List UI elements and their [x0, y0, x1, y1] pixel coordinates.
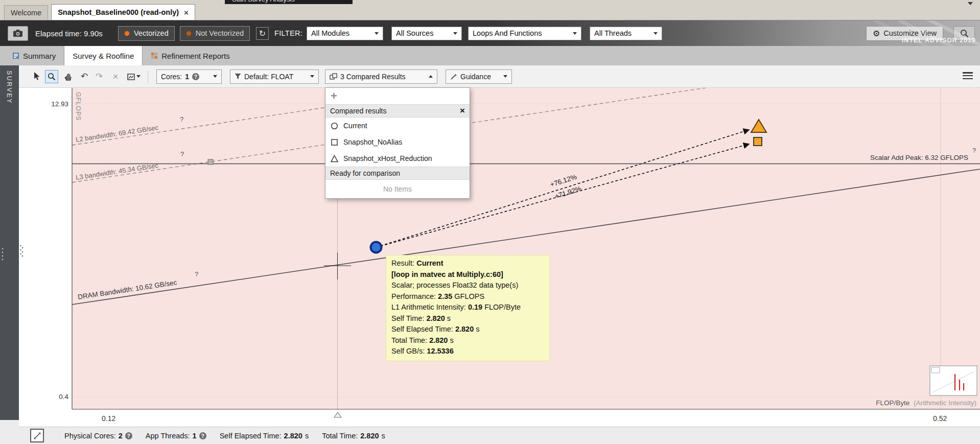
help-icon[interactable]: ? — [180, 150, 184, 158]
chevron-down-icon — [310, 75, 314, 78]
threads-filter-value: All Threads — [594, 29, 632, 37]
search-icon — [960, 29, 969, 38]
undo-button[interactable]: ↶ — [78, 70, 91, 83]
x-axis-row: 0.12 0.52 — [19, 411, 980, 427]
status-self-elapsed-time: Self Elapsed Time: 2.820 s — [220, 432, 309, 440]
not-vectorized-label: Not Vectorized — [196, 29, 244, 37]
not-vectorized-filter-button[interactable]: Not Vectorized — [180, 26, 250, 41]
modules-filter-dropdown[interactable]: All Modules — [307, 27, 383, 40]
vectorized-filter-button[interactable]: Vectorized — [118, 26, 175, 41]
compared-item-xhost-reduction[interactable]: Snapshot_xHost_Reduction — [325, 150, 470, 167]
help-icon[interactable]: ? — [199, 432, 206, 439]
tab-welcome[interactable]: Welcome — [4, 5, 48, 20]
point-snapshot-noalias[interactable] — [754, 137, 762, 146]
compared-item-noalias[interactable]: Snapshot_NoAlias — [325, 134, 470, 150]
clear-icon: × — [112, 71, 118, 82]
snapshot-camera-button[interactable] — [8, 26, 28, 41]
tab-survey-roofline[interactable]: Survey & Roofline — [64, 46, 143, 65]
cancel-zoom-button[interactable]: × — [109, 70, 122, 83]
compared-results-dropdown[interactable]: 3 Compared Results — [325, 69, 437, 84]
vectorized-label: Vectorized — [134, 29, 169, 37]
scope-filter-dropdown[interactable]: Loops And Functions — [468, 27, 581, 40]
sidebar-survey-strip[interactable]: SURVEY — [0, 65, 19, 420]
help-icon[interactable]: ? — [195, 270, 198, 278]
redo-button[interactable]: ↷ — [92, 70, 106, 83]
close-icon[interactable]: × — [460, 106, 465, 116]
status-physical-cores: Physical Cores: 2 ? — [64, 432, 132, 440]
x-axis-title: FLOP/Byte (Arithmetic Intensity) — [876, 399, 976, 407]
roofline-plot-svg: L2 bandwidth: 69.42 GB/sec ? L3 bandwidt… — [19, 88, 980, 411]
intel-advisor-brand: INTEL ADVISOR 2019 — [902, 37, 976, 44]
zoom-icon — [48, 73, 56, 81]
export-image-icon — [127, 73, 135, 80]
menu-icon[interactable] — [963, 72, 973, 81]
tab-summary[interactable]: Summary — [4, 46, 64, 65]
expand-chart-button[interactable] — [30, 429, 44, 442]
help-icon[interactable]: ? — [180, 115, 183, 123]
point-current[interactable] — [371, 242, 382, 253]
compared-item-label: Snapshot_NoAlias — [343, 138, 402, 146]
roofline-view: ↶ ↷ × Cores: 1 ? — [19, 65, 980, 444]
x-axis-title-main: FLOP/Byte — [876, 399, 909, 407]
chevron-down-icon — [654, 32, 658, 35]
point-tooltip: Result: Current [loop in matvec at Multi… — [386, 255, 550, 361]
tab-welcome-label: Welcome — [11, 9, 41, 17]
tab-summary-label: Summary — [23, 52, 56, 60]
chevron-down-icon — [375, 32, 379, 35]
data-type-dropdown[interactable]: Default: FLOAT — [230, 69, 319, 84]
x-tick-right: 0.52 — [933, 414, 947, 423]
chevron-down-icon — [213, 75, 217, 78]
refresh-filter-button[interactable]: ↻ — [256, 27, 269, 40]
chevron-down-icon — [503, 75, 507, 78]
cores-value: 1 — [185, 73, 189, 81]
compared-results-value: 3 Compared Results — [340, 73, 406, 81]
modules-filter-value: All Modules — [311, 29, 349, 37]
cores-dropdown[interactable]: Cores: 1 ? — [156, 69, 222, 84]
customize-view-label: Customize View — [883, 29, 937, 37]
chevron-down-icon — [453, 32, 457, 35]
cursor-icon — [33, 72, 41, 81]
help-icon[interactable]: ? — [125, 432, 132, 439]
threads-filter-dropdown[interactable]: All Threads — [590, 27, 662, 40]
pane-splitter-grip[interactable] — [1, 247, 5, 260]
tab-survey-roofline-label: Survey & Roofline — [73, 52, 134, 60]
help-icon[interactable]: ? — [192, 73, 199, 80]
zoom-tool-button[interactable] — [45, 70, 58, 83]
expand-icon — [34, 432, 41, 439]
close-tab-icon[interactable]: × — [184, 8, 189, 17]
compared-item-label: Current — [343, 122, 367, 130]
guidance-dropdown[interactable]: Guidance — [446, 69, 512, 84]
data-type-value: Default: FLOAT — [244, 73, 293, 81]
gear-icon: ⚙ — [873, 29, 880, 38]
chevron-down-icon — [573, 32, 577, 35]
export-chart-button[interactable] — [125, 70, 143, 83]
funnel-icon — [235, 73, 241, 80]
tooltip-line: Performance: 2.35 GFLOPS — [391, 291, 544, 302]
add-result-button[interactable]: + — [331, 91, 337, 101]
roofline-minimap[interactable] — [930, 366, 977, 395]
elapsed-time-label: Elapsed time: 9.90s — [35, 29, 118, 38]
tooltip-line: L1 Arithmetic Intensity: 0.19 FLOP/Byte — [391, 302, 544, 313]
sidebar-survey-label: SURVEY — [6, 71, 13, 104]
pan-tool-button[interactable] — [61, 70, 75, 83]
tab-overflow-chevron-icon[interactable] — [968, 2, 973, 5]
help-icon[interactable]: ? — [972, 147, 976, 154]
undo-icon: ↶ — [81, 71, 88, 82]
tab-refinement-reports[interactable]: Refinement Reports — [143, 46, 238, 65]
axis-slider-handle[interactable] — [334, 412, 342, 418]
main-toolbar: Elapsed time: 9.90s Vectorized Not Vecto… — [0, 20, 980, 46]
refresh-icon: ↻ — [259, 29, 266, 38]
chart-splitter-grip[interactable] — [19, 244, 24, 259]
pointer-tool-button[interactable] — [30, 70, 43, 83]
compared-item-current[interactable]: Current — [325, 118, 470, 134]
roof-line-handle[interactable] — [208, 159, 213, 165]
compared-results-panel: + Compared results × Current Snapsho — [325, 87, 470, 199]
guidance-value: Guidance — [460, 73, 491, 81]
sources-filter-dropdown[interactable]: All Sources — [391, 27, 462, 40]
tab-snapshot-baseline[interactable]: Snapshot_Baseline000 (read-only) × — [51, 4, 195, 20]
chevron-up-icon — [429, 75, 433, 78]
status-app-threads: App Threads: 1 ? — [146, 432, 206, 440]
partial-start-survey-button[interactable]: Start Survey Analysis — [225, 0, 353, 4]
tab-snapshot-label: Snapshot_Baseline000 (read-only) — [58, 8, 179, 16]
compared-item-label: Snapshot_xHost_Reduction — [343, 154, 432, 162]
